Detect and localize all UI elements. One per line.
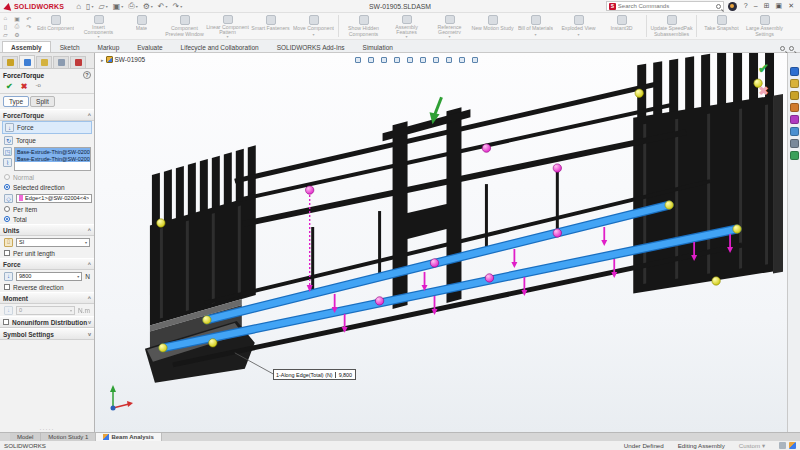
home-icon[interactable]: ⌂▾ xyxy=(74,0,83,12)
study-tab[interactable]: Model xyxy=(10,433,41,441)
print-icon[interactable]: ⎙▾ xyxy=(126,0,139,12)
beam-select-icon[interactable]: ⌇ xyxy=(3,158,12,167)
dimxpertmanager-tab-icon[interactable] xyxy=(53,56,69,68)
hide-show-items-icon[interactable] xyxy=(431,55,441,65)
total-radio[interactable] xyxy=(4,216,10,222)
command-tab[interactable]: SOLIDWORKS Add-Ins xyxy=(268,41,354,52)
expand-icon[interactable]: v xyxy=(88,319,91,325)
zoom-tools-icon[interactable] xyxy=(780,46,785,51)
normal-radio[interactable] xyxy=(4,174,10,180)
section-units[interactable]: Units^ xyxy=(0,224,94,236)
per-unit-length-row[interactable]: Per unit length xyxy=(0,248,94,258)
collapse-icon[interactable]: ^ xyxy=(88,261,91,267)
save-icon[interactable]: ▣▾ xyxy=(111,0,126,12)
file-explorer-icon[interactable] xyxy=(790,91,799,100)
reverse-direction-row[interactable]: Reverse direction xyxy=(0,282,94,292)
3dexperience-icon[interactable] xyxy=(790,67,799,76)
command-tab[interactable]: Markup xyxy=(89,41,129,52)
mode-tab[interactable]: Type xyxy=(3,96,29,107)
view-orientation-icon[interactable] xyxy=(405,55,415,65)
face-select-icon[interactable]: ◳ xyxy=(3,147,12,156)
flyout-feature-tree[interactable]: ▸ SW-01905 xyxy=(101,56,145,63)
confirm-cancel-icon[interactable]: ✖ xyxy=(759,84,769,98)
collapse-icon[interactable]: ^ xyxy=(88,227,91,233)
zoom-area-icon[interactable] xyxy=(366,55,376,65)
undo-icon[interactable]: ↶▾ xyxy=(156,0,170,12)
help-icon[interactable]: ? xyxy=(741,2,751,10)
section-symbol-settings[interactable]: Symbol Settingsv xyxy=(0,328,94,340)
command-tab[interactable]: Sketch xyxy=(51,41,89,52)
zoom-fit-icon[interactable] xyxy=(353,55,363,65)
command-tab[interactable]: Assembly xyxy=(2,41,51,52)
section-force-torque[interactable]: Force/Torque^ xyxy=(0,109,94,121)
selection-item[interactable]: Base-Extrude-Thin@SW-02003 xyxy=(15,155,90,162)
minimize-icon[interactable]: – xyxy=(751,2,761,10)
pan-tool-icon[interactable] xyxy=(789,46,794,51)
quick-access-stack[interactable]: ⌂▣↶▯⎙↷▱⚙ xyxy=(0,13,34,39)
redo-icon[interactable]: ↷▾ xyxy=(171,0,185,12)
edit-appearance-icon[interactable] xyxy=(444,55,454,65)
cancel-button[interactable]: ✖ xyxy=(21,82,28,91)
force-button[interactable]: ↓ Force xyxy=(2,121,92,134)
collapse-icon[interactable]: ^ xyxy=(88,295,91,301)
section-force-value[interactable]: Force^ xyxy=(0,258,94,270)
reverse-direction-checkbox[interactable] xyxy=(4,284,10,290)
study-tab[interactable]: Motion Study 1 xyxy=(41,433,96,441)
help-icon[interactable]: ? xyxy=(83,71,91,79)
pin-button[interactable]: -o xyxy=(35,82,40,91)
direction-reference-field[interactable]: Edge<1>@SW-02004<4> xyxy=(16,194,92,203)
left-end-structure[interactable] xyxy=(150,145,256,353)
total-radio-row[interactable]: Total xyxy=(0,214,94,224)
display-style-icon[interactable] xyxy=(418,55,428,65)
section-view-icon[interactable] xyxy=(392,55,402,65)
collapse-icon[interactable]: ^ xyxy=(88,112,91,118)
per-item-radio-row[interactable]: Per item xyxy=(0,204,94,214)
per-item-radio[interactable] xyxy=(4,206,10,212)
propertymanager-tab-icon[interactable] xyxy=(19,55,35,68)
selection-listbox[interactable]: Base-Extrude-Thin@SW-02003Base-Extrude-T… xyxy=(14,147,91,171)
confirm-ok-icon[interactable]: ✔ xyxy=(758,61,769,76)
ok-button[interactable]: ✔ xyxy=(6,82,13,91)
resource-monitor-icon[interactable] xyxy=(789,442,796,449)
toolbox-icon[interactable] xyxy=(790,103,799,112)
status-config-dropdown[interactable]: Custom ▾ xyxy=(739,442,765,449)
direction-reference-icon[interactable]: ◇ xyxy=(4,194,13,203)
previous-view-icon[interactable] xyxy=(379,55,389,65)
units-dropdown[interactable]: SI ▾ xyxy=(16,238,90,247)
configurationmanager-tab-icon[interactable] xyxy=(36,56,52,68)
section-moment[interactable]: Moment^ xyxy=(0,292,94,304)
selected-direction-radio[interactable] xyxy=(4,184,10,190)
search-input[interactable] xyxy=(618,3,714,9)
search-icon[interactable] xyxy=(716,4,721,9)
command-tab[interactable]: Lifecycle and Collaboration xyxy=(172,41,268,52)
force-callout[interactable]: 1-Along Edge(Total) (N) 9,800 xyxy=(273,369,356,380)
forum-icon[interactable] xyxy=(790,151,799,160)
close-icon[interactable]: ✕ xyxy=(785,2,797,10)
section-nonuniform[interactable]: Nonuniform Distribution v xyxy=(0,316,94,328)
callout-value[interactable]: 9,800 xyxy=(336,372,356,378)
study-tab[interactable]: Beam Analysis xyxy=(96,433,161,441)
torque-button[interactable]: ↻ Torque xyxy=(0,134,94,146)
command-tab[interactable]: Simulation xyxy=(354,41,402,52)
restore-icon[interactable]: ▣ xyxy=(773,2,786,10)
per-unit-length-checkbox[interactable] xyxy=(4,250,10,256)
command-tab[interactable]: Evaluate xyxy=(128,41,171,52)
apply-scene-icon[interactable] xyxy=(457,55,467,65)
mode-tab[interactable]: Split xyxy=(30,96,55,107)
expand-icon[interactable]: v xyxy=(88,331,91,337)
options-gear-icon[interactable]: ⚙▾ xyxy=(141,0,155,12)
expand-arrow-icon[interactable]: ▸ xyxy=(101,57,104,63)
new-document-icon[interactable]: ▯▾ xyxy=(84,0,95,12)
design-library-icon[interactable] xyxy=(790,79,799,88)
featuremanager-tab-icon[interactable] xyxy=(2,56,18,68)
user-avatar[interactable] xyxy=(728,2,737,11)
spinner-caret-icon[interactable]: ▾ xyxy=(77,274,79,279)
appearances-icon[interactable] xyxy=(790,115,799,124)
scene-icon[interactable] xyxy=(790,127,799,136)
view-settings-icon[interactable] xyxy=(470,55,480,65)
displaymanager-tab-icon[interactable] xyxy=(70,56,86,68)
custom-properties-icon[interactable] xyxy=(790,139,799,148)
graphics-viewport[interactable]: ▸ SW-01905 ✔ ✖ 1-Along Edge(Total) (N) 9… xyxy=(95,53,787,432)
performance-icon[interactable] xyxy=(779,442,786,449)
normal-radio-row[interactable]: Normal xyxy=(0,172,94,182)
